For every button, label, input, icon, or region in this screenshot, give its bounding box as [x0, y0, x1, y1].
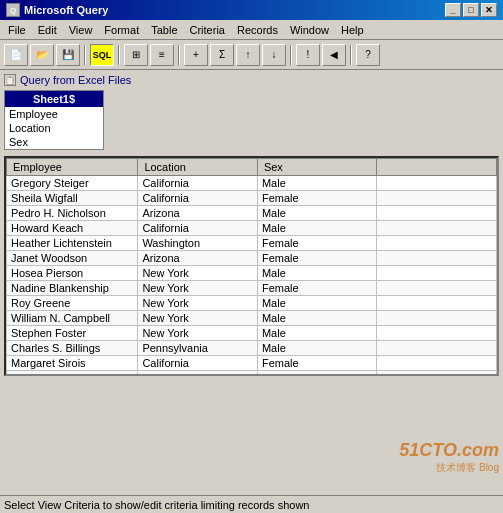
criteria-button[interactable]: ≡: [150, 44, 174, 66]
data-table: EmployeeLocationSex Gregory SteigerCalif…: [6, 158, 497, 376]
table-cell: [377, 221, 497, 236]
table-row[interactable]: Roy GreeneNew YorkMale: [7, 296, 497, 311]
maximize-button[interactable]: □: [463, 3, 479, 17]
table-cell: New York: [138, 326, 258, 341]
table-field-sex[interactable]: Sex: [5, 135, 103, 149]
query-icon: 📋: [4, 74, 16, 86]
table-cell: Gregory Steiger: [7, 176, 138, 191]
table-box-container: Sheet1$ EmployeeLocationSex: [4, 90, 499, 150]
table-field-location[interactable]: Location: [5, 121, 103, 135]
menu-item-table[interactable]: Table: [145, 22, 183, 38]
close-button[interactable]: ✕: [481, 3, 497, 17]
table-cell: [377, 176, 497, 191]
table-cell: California: [138, 356, 258, 371]
sum-button[interactable]: Σ: [210, 44, 234, 66]
show-table-button[interactable]: ⊞: [124, 44, 148, 66]
table-row[interactable]: Charles S. BillingsPennsylvaniaMale: [7, 341, 497, 356]
table-cell: [377, 311, 497, 326]
table-row[interactable]: Howard KeachCaliforniaMale: [7, 221, 497, 236]
table-cell: Female: [257, 251, 377, 266]
table-cell: Howard Keach: [7, 221, 138, 236]
table-cell: Male: [257, 296, 377, 311]
help-button[interactable]: ?: [356, 44, 380, 66]
table-cell: Heather Lichtenstein: [7, 236, 138, 251]
table-cell: Nadine Blankenship: [7, 281, 138, 296]
table-cell: Stephen Foster: [7, 326, 138, 341]
table-row[interactable]: Gregory SteigerCaliforniaMale: [7, 176, 497, 191]
sort-asc-button[interactable]: ↑: [236, 44, 260, 66]
table-row[interactable]: Pedro H. NicholsonArizonaMale: [7, 206, 497, 221]
query-button[interactable]: !: [296, 44, 320, 66]
table-cell: Male: [257, 206, 377, 221]
table-cell: New York: [138, 281, 258, 296]
menu-item-format[interactable]: Format: [98, 22, 145, 38]
table-cell: New York: [138, 266, 258, 281]
query-label-text: Query from Excel Files: [20, 74, 131, 86]
table-cell: [377, 236, 497, 251]
status-text: Select View Criteria to show/edit criter…: [4, 499, 309, 511]
table-cell: New York: [138, 311, 258, 326]
toolbar: 📄📂💾SQL⊞≡+Σ↑↓!◀?: [0, 40, 503, 70]
column-header-empty: [377, 159, 497, 176]
table-row[interactable]: Janet WoodsonArizonaFemale: [7, 251, 497, 266]
table-cell: Male: [257, 221, 377, 236]
sort-desc-button[interactable]: ↓: [262, 44, 286, 66]
menu-item-file[interactable]: File: [2, 22, 32, 38]
menu-item-view[interactable]: View: [63, 22, 99, 38]
table-cell: PhyllisTodd: [7, 371, 138, 377]
menu-item-edit[interactable]: Edit: [32, 22, 63, 38]
column-header-Sex: Sex: [257, 159, 377, 176]
table-cell: Male: [257, 176, 377, 191]
toolbar-sep-3: [178, 45, 180, 65]
minimize-button[interactable]: _: [445, 3, 461, 17]
table-cell: [377, 326, 497, 341]
table-row[interactable]: Sheila WigfallCaliforniaFemale: [7, 191, 497, 206]
table-cell: [377, 356, 497, 371]
query-label: 📋 Query from Excel Files: [4, 74, 499, 86]
table-cell: Pennsylvania: [138, 341, 258, 356]
table-row[interactable]: PhyllisToddMassachusettsFemale: [7, 371, 497, 377]
table-row[interactable]: Stephen FosterNew YorkMale: [7, 326, 497, 341]
table-row[interactable]: Nadine BlankenshipNew YorkFemale: [7, 281, 497, 296]
table-row[interactable]: Heather LichtensteinWashingtonFemale: [7, 236, 497, 251]
table-row[interactable]: Hosea PiersonNew YorkMale: [7, 266, 497, 281]
table-cell: Male: [257, 266, 377, 281]
table-cell: Female: [257, 371, 377, 377]
new-button[interactable]: 📄: [4, 44, 28, 66]
table-cell: William N. Campbell: [7, 311, 138, 326]
table-cell: Janet Woodson: [7, 251, 138, 266]
add-col-button[interactable]: +: [184, 44, 208, 66]
table-box-header: Sheet1$: [5, 91, 103, 107]
column-header-Employee: Employee: [7, 159, 138, 176]
table-cell: Male: [257, 341, 377, 356]
open-button[interactable]: 📂: [30, 44, 54, 66]
table-cell: [377, 371, 497, 377]
table-cell: Hosea Pierson: [7, 266, 138, 281]
table-cell: [377, 206, 497, 221]
data-grid-area[interactable]: EmployeeLocationSex Gregory SteigerCalif…: [4, 156, 499, 376]
save-button[interactable]: 💾: [56, 44, 80, 66]
table-cell: Male: [257, 326, 377, 341]
table-cell: Female: [257, 191, 377, 206]
menu-item-help[interactable]: Help: [335, 22, 370, 38]
table-cell: California: [138, 221, 258, 236]
table-field-employee[interactable]: Employee: [5, 107, 103, 121]
table-cell: [377, 341, 497, 356]
title-bar: Q Microsoft Query _ □ ✕: [0, 0, 503, 20]
table-row[interactable]: Margaret SiroisCaliforniaFemale: [7, 356, 497, 371]
menu-item-records[interactable]: Records: [231, 22, 284, 38]
table-cell: [377, 251, 497, 266]
table-cell: Margaret Sirois: [7, 356, 138, 371]
watermark-sub: 技术博客 Blog: [436, 461, 499, 475]
table-cell: Sheila Wigfall: [7, 191, 138, 206]
table-cell: Female: [257, 281, 377, 296]
table-cell: Female: [257, 236, 377, 251]
sql-button[interactable]: SQL: [90, 44, 114, 66]
table-cell: Pedro H. Nicholson: [7, 206, 138, 221]
menu-item-window[interactable]: Window: [284, 22, 335, 38]
table-row[interactable]: William N. CampbellNew YorkMale: [7, 311, 497, 326]
auto-query-button[interactable]: ◀: [322, 44, 346, 66]
table-cell: [377, 266, 497, 281]
menu-item-criteria[interactable]: Criteria: [184, 22, 231, 38]
table-cell: California: [138, 191, 258, 206]
